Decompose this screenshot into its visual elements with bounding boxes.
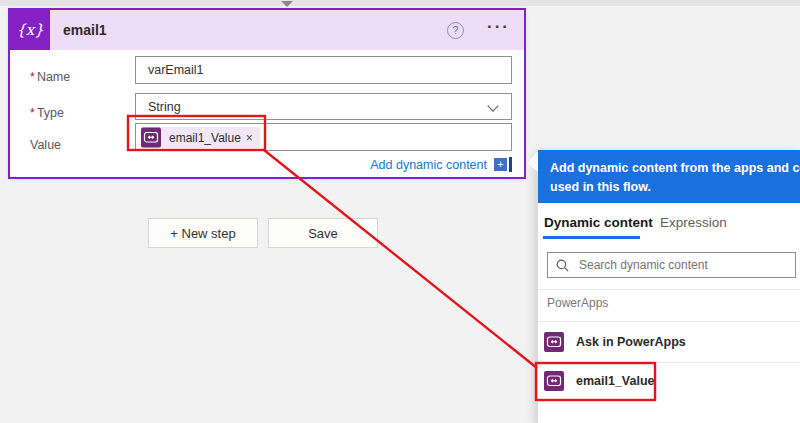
action-card-email1: {x} email1 ? ··· *Name varEmail1 *Type S… [8,8,526,179]
panel-banner-line1: Add dynamic content from the apps and co… [550,159,800,178]
action-card-title: email1 [63,22,107,38]
divider [538,289,800,290]
chevron-down-icon [487,100,498,111]
action-card-header[interactable]: {x} email1 ? ··· [10,10,524,50]
dynamic-content-chip[interactable]: email1_Value × [141,127,260,148]
list-item-ask-in-powerapps[interactable]: Ask in PowerApps [544,332,686,352]
value-input[interactable]: email1_Value × [135,123,512,151]
required-marker: * [30,106,35,120]
panel-banner-line2: used in this flow. [550,178,800,197]
dynamic-content-panel: Add dynamic content from the apps and co… [537,150,800,423]
panel-banner: Add dynamic content from the apps and co… [538,150,800,203]
chip-label: email1_Value [161,131,246,145]
panel-beak [527,151,538,172]
menu-ellipsis-icon[interactable]: ··· [487,17,510,37]
flow-connector-arrow-icon [281,1,293,7]
section-label-powerapps: PowerApps [547,296,608,310]
value-field-label: Value [30,138,61,152]
divider [538,321,800,322]
canvas-top-strip [0,0,800,6]
divider [538,362,800,363]
search-box[interactable] [547,252,796,278]
powerapps-icon [141,127,161,148]
plus-icon[interactable]: + [494,158,507,171]
list-item-email1-value[interactable]: email1_Value [544,371,655,391]
new-step-button[interactable]: + New step [148,218,258,248]
required-marker: * [30,70,35,84]
annotation-line [264,150,537,368]
name-field-label: *Name [30,70,70,84]
powerapps-icon [544,332,564,352]
list-item-label: email1_Value [576,374,655,388]
plus-icon-bar [509,157,512,172]
tab-expression[interactable]: Expression [660,215,727,230]
search-input[interactable] [577,257,795,273]
add-dynamic-content-link[interactable]: Add dynamic content [370,158,487,172]
type-field-label: *Type [30,106,64,120]
help-icon[interactable]: ? [447,22,464,39]
active-tab-underline [543,236,640,239]
name-input[interactable]: varEmail1 [135,56,512,84]
type-select[interactable]: String [135,93,512,120]
list-item-label: Ask in PowerApps [576,335,686,349]
variable-icon: {x} [10,10,50,50]
search-icon [556,259,569,272]
tab-dynamic-content[interactable]: Dynamic content [544,215,653,230]
powerapps-icon [544,371,564,391]
type-select-value: String [148,100,181,114]
save-button[interactable]: Save [268,218,378,248]
close-icon[interactable]: × [246,131,260,145]
